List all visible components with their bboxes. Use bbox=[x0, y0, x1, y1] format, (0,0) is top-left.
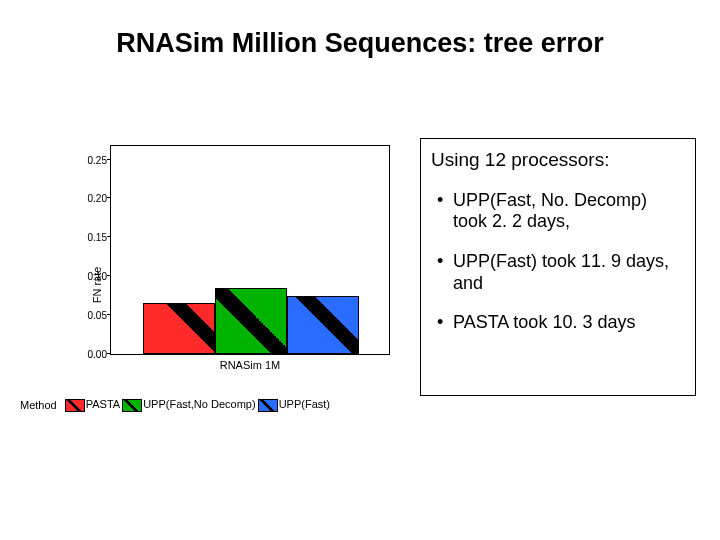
legend-swatch bbox=[258, 399, 278, 412]
legend-swatch bbox=[122, 399, 142, 412]
y-tick-label: 0.10 bbox=[88, 271, 107, 282]
y-tick-label: 0.15 bbox=[88, 232, 107, 243]
info-box: Using 12 processors: UPP(Fast, No. Decom… bbox=[420, 138, 696, 396]
y-tick-label: 0.00 bbox=[88, 349, 107, 360]
chart-panel: FN rate 0.000.050.100.150.200.25 RNASim … bbox=[55, 145, 395, 390]
info-list: UPP(Fast, No. Decomp) took 2. 2 days, UP… bbox=[431, 190, 685, 334]
legend-swatch bbox=[65, 399, 85, 412]
info-bullet: PASTA took 10. 3 days bbox=[431, 312, 685, 334]
legend-label: UPP(Fast,No Decomp) bbox=[143, 398, 255, 410]
legend-label: UPP(Fast) bbox=[279, 398, 330, 410]
x-axis-label: RNASim 1M bbox=[110, 359, 390, 371]
bar-upp-fast- bbox=[287, 296, 359, 354]
legend-label: PASTA bbox=[86, 398, 120, 410]
chart-legend: Method PASTAUPP(Fast,No Decomp)UPP(Fast) bbox=[20, 398, 332, 412]
page-title: RNASim Million Sequences: tree error bbox=[0, 28, 720, 59]
info-heading: Using 12 processors: bbox=[431, 149, 685, 172]
slide-root: RNASim Million Sequences: tree error FN … bbox=[0, 0, 720, 540]
info-bullet: UPP(Fast) took 11. 9 days, and bbox=[431, 251, 685, 294]
info-bullet: UPP(Fast, No. Decomp) took 2. 2 days, bbox=[431, 190, 685, 233]
plot-area: 0.000.050.100.150.200.25 bbox=[110, 145, 390, 355]
y-tick-label: 0.25 bbox=[88, 154, 107, 165]
y-tick-label: 0.05 bbox=[88, 310, 107, 321]
bar-pasta bbox=[143, 303, 215, 354]
y-tick-label: 0.20 bbox=[88, 193, 107, 204]
bar-upp-fast-no-decomp- bbox=[215, 288, 287, 354]
legend-title: Method bbox=[20, 399, 57, 411]
